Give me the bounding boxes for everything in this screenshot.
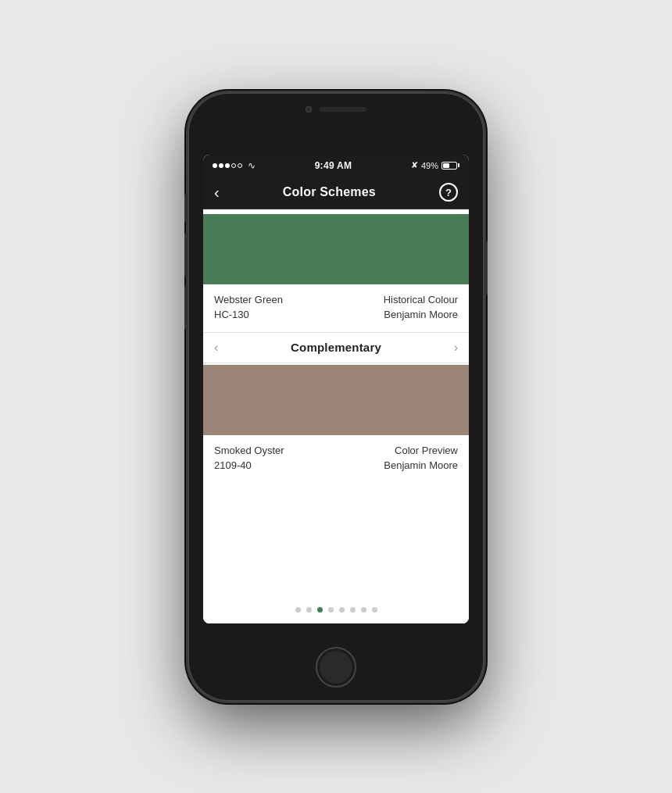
back-button[interactable]: ‹: [214, 184, 220, 200]
scheme-label: Complementary: [291, 341, 381, 354]
status-time: 9:49 AM: [315, 160, 352, 171]
complementary-color-swatch[interactable]: [203, 365, 469, 435]
volume-up-button: [184, 233, 188, 277]
speaker-grille: [320, 107, 366, 112]
page-indicator: [203, 596, 469, 623]
home-button[interactable]: [316, 647, 356, 688]
help-button[interactable]: ?: [439, 183, 458, 202]
page-dot-8: [372, 607, 377, 613]
signal-dot-2: [219, 163, 223, 168]
phone-device: ∿ 9:49 AM ✘ 49%: [188, 92, 484, 702]
complementary-color-name: Smoked Oyster 2109-40: [214, 443, 284, 473]
signal-dot-1: [213, 163, 217, 168]
screen: ∿ 9:49 AM ✘ 49%: [203, 155, 469, 623]
phone-shell: ∿ 9:49 AM ✘ 49%: [188, 92, 484, 702]
page-title: Color Schemes: [283, 185, 376, 199]
complementary-color-info: Smoked Oyster 2109-40 Color Preview Benj…: [203, 435, 469, 483]
primary-color-name: Webster Green HC-130: [214, 292, 283, 323]
scheme-selector: ‹ Complementary ›: [203, 332, 469, 363]
battery-tip: [458, 163, 459, 167]
status-left: ∿: [213, 160, 256, 171]
signal-dot-3: [225, 163, 230, 168]
battery-icon: [441, 162, 459, 170]
complementary-color-brand: Color Preview Benjamin Moore: [384, 443, 458, 473]
page-dot-5: [339, 607, 345, 613]
page-dot-7: [361, 607, 366, 613]
primary-color-brand: Historical Colour Benjamin Moore: [384, 292, 458, 323]
status-bar: ∿ 9:49 AM ✘ 49%: [203, 155, 469, 177]
page-dot-1: [295, 607, 301, 613]
signal-dot-5: [238, 163, 242, 168]
primary-color-info: Webster Green HC-130 Historical Colour B…: [203, 284, 469, 332]
next-scheme-button[interactable]: ›: [454, 341, 458, 355]
page-dot-3: [317, 607, 323, 613]
signal-indicator: [213, 163, 242, 168]
power-button: [484, 241, 488, 295]
content-spacer: [203, 483, 469, 596]
nav-bar: ‹ Color Schemes ?: [203, 177, 469, 209]
page-dot-4: [328, 607, 334, 613]
signal-dot-4: [231, 163, 236, 168]
battery-body: [441, 162, 457, 170]
phone-top-area: [306, 106, 366, 113]
battery-percent: 49%: [421, 161, 438, 170]
page-dot-2: [306, 607, 312, 613]
prev-scheme-button[interactable]: ‹: [214, 341, 218, 355]
status-right: ✘ 49%: [411, 160, 459, 170]
camera-dot: [306, 106, 312, 113]
bluetooth-icon: ✘: [411, 160, 418, 170]
volume-down-button: [184, 286, 188, 330]
primary-color-swatch[interactable]: [203, 214, 469, 284]
page-dot-6: [350, 607, 356, 613]
wifi-icon: ∿: [248, 160, 256, 171]
battery-fill: [443, 163, 449, 168]
